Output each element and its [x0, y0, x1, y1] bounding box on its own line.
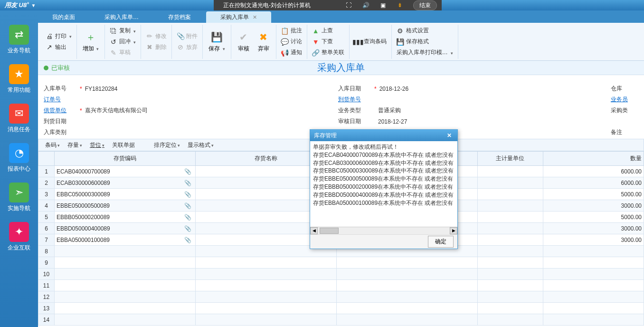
modify-button[interactable]: ✏修改: [144, 31, 169, 41]
dialog-titlebar[interactable]: 库存管理 ✕: [310, 130, 457, 141]
cell-unit[interactable]: [477, 269, 543, 280]
sound-icon[interactable]: 🔊: [362, 1, 369, 9]
grid-display-btn[interactable]: 显示格式: [185, 140, 217, 150]
table-row[interactable]: 9: [38, 257, 644, 269]
cell-unit[interactable]: [477, 223, 543, 234]
notify-button[interactable]: 📢通知: [279, 48, 304, 58]
dialog-ok-button[interactable]: 确定: [428, 236, 454, 248]
cell-code[interactable]: EBBA050000100089📎: [54, 234, 195, 246]
end-session-button[interactable]: 结束: [413, 0, 437, 10]
cell-qty[interactable]: 6000.00: [543, 177, 644, 189]
cell-unit[interactable]: [477, 234, 543, 246]
sidebar-item-企业互联[interactable]: ✦企业互联: [5, 222, 33, 252]
cell-code[interactable]: [54, 303, 195, 314]
cell-qty[interactable]: 3000.00: [543, 200, 644, 212]
cell-code[interactable]: EBBC050000300089📎: [54, 189, 195, 200]
sidebar-item-常用功能[interactable]: ★常用功能: [5, 64, 33, 94]
dialog-close-button[interactable]: ✕: [445, 132, 454, 139]
print-template-button[interactable]: 采购入库单打印模…: [395, 48, 455, 58]
add-button[interactable]: ＋增加: [80, 29, 102, 54]
grid-barcode-btn[interactable]: 条码: [42, 140, 63, 150]
attachment-icon[interactable]: 📎: [184, 191, 191, 198]
table-row[interactable]: 14: [38, 314, 644, 326]
cell-unit[interactable]: [477, 257, 543, 269]
scroll-right-icon[interactable]: ▶: [450, 227, 457, 234]
cell-code[interactable]: EBBD050000400089📎: [54, 223, 195, 234]
print-button[interactable]: 🖨打印: [44, 31, 74, 41]
biz-type-value[interactable]: 普通采购: [378, 106, 401, 115]
attachment-icon[interactable]: 📎: [184, 168, 191, 175]
operator-label[interactable]: 业务员: [611, 96, 644, 104]
reverse-button[interactable]: ↺回冲: [108, 37, 138, 47]
cell-unit[interactable]: [477, 166, 543, 177]
cell-code[interactable]: [54, 246, 195, 257]
cell-unit[interactable]: [477, 291, 543, 303]
tab-我的桌面[interactable]: 我的桌面: [38, 11, 89, 23]
format-save-button[interactable]: 💾保存格式: [395, 37, 455, 47]
format-set-button[interactable]: ⚙格式设置: [395, 26, 455, 36]
cell-code[interactable]: [54, 269, 195, 280]
tab-存货档案[interactable]: 存货档案: [154, 11, 205, 23]
cell-unit[interactable]: [477, 314, 543, 326]
tab-close-icon[interactable]: ✕: [253, 14, 257, 20]
cell-unit[interactable]: [477, 212, 543, 223]
cell-qty[interactable]: [543, 291, 644, 303]
cell-qty[interactable]: 5000.00: [543, 212, 644, 223]
attachment-icon[interactable]: 📎: [184, 202, 191, 209]
cell-unit[interactable]: [477, 280, 543, 291]
sidebar-item-消息任务[interactable]: ✉消息任务: [5, 104, 33, 134]
table-row[interactable]: 10: [38, 269, 644, 280]
cell-code[interactable]: [54, 280, 195, 291]
cell-code[interactable]: EBBE050000500089📎: [54, 200, 195, 212]
attachment-icon[interactable]: 📎: [184, 214, 191, 221]
cell-name[interactable]: [195, 280, 336, 291]
cell-name[interactable]: [195, 291, 336, 303]
cell-qty[interactable]: [543, 257, 644, 269]
up-check-button[interactable]: ▲上查: [310, 26, 346, 36]
table-row[interactable]: 11: [38, 280, 644, 291]
cell-code[interactable]: ECAB040000700089📎: [54, 166, 195, 177]
col-qty-header[interactable]: 数量: [543, 152, 644, 166]
attachment-icon[interactable]: 📎: [184, 237, 191, 243]
related-button[interactable]: 🔗整单关联: [310, 48, 346, 58]
abandon-button[interactable]: ⊘放弃: [175, 42, 199, 52]
tab-采购入库单…[interactable]: 采购入库单…: [90, 11, 153, 23]
grid-sort-btn[interactable]: 排序定位: [151, 140, 183, 150]
down-check-button[interactable]: ▼下查: [310, 37, 346, 47]
scroll-thumb[interactable]: [320, 228, 339, 234]
cell-qty[interactable]: [543, 303, 644, 314]
audit-date-value[interactable]: 2018-12-27: [378, 118, 407, 125]
cell-code[interactable]: [54, 314, 195, 326]
cell-unit[interactable]: [477, 303, 543, 314]
cell-unit[interactable]: [477, 189, 543, 200]
unaudit-button[interactable]: ✖弃审: [254, 29, 273, 54]
save-button[interactable]: 💾保存: [206, 29, 227, 54]
cell-code[interactable]: [54, 291, 195, 303]
cell-qty[interactable]: 3000.00: [543, 223, 644, 234]
attach-button[interactable]: 📎附件: [175, 31, 199, 41]
cell-unit[interactable]: [477, 246, 543, 257]
cell-unit[interactable]: [477, 200, 543, 212]
batch-button[interactable]: 📋批注: [279, 26, 304, 36]
copy-button[interactable]: ⿻复制: [108, 26, 138, 36]
col-code-header[interactable]: 存货编码: [54, 152, 195, 166]
titlebar-dropdown-icon[interactable]: ▼: [31, 3, 36, 8]
cell-name[interactable]: [195, 269, 336, 280]
sidebar-item-业务导航[interactable]: ⇄业务导航: [5, 25, 33, 55]
cell-code[interactable]: [54, 257, 195, 269]
sidebar-item-报表中心[interactable]: ◔报表中心: [5, 143, 33, 173]
draft-button[interactable]: ✎草稿: [108, 48, 138, 58]
barcode-button[interactable]: ▮▮▮查询条码: [352, 37, 388, 47]
delete-button[interactable]: ✖删除: [144, 42, 169, 52]
cell-unit[interactable]: [477, 177, 543, 189]
table-row[interactable]: 12: [38, 291, 644, 303]
attachment-icon[interactable]: 📎: [184, 225, 191, 232]
cell-name[interactable]: [195, 257, 336, 269]
sidebar-item-实施导航[interactable]: ➣实施导航: [5, 183, 33, 212]
discuss-button[interactable]: 💬讨论: [279, 37, 304, 47]
arrive-no-label[interactable]: 到货单号: [338, 96, 371, 104]
attachment-icon[interactable]: 📎: [184, 180, 191, 186]
grid-related-btn[interactable]: 关联单据: [109, 140, 138, 150]
cell-qty[interactable]: 3000.00: [543, 234, 644, 246]
supplier-label[interactable]: 供货单位: [44, 106, 77, 115]
